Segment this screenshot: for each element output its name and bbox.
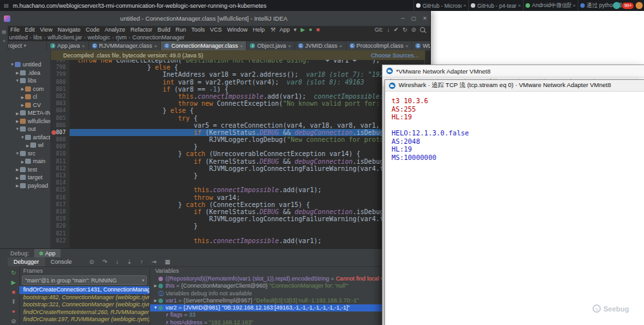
structure-tool-icon[interactable]: ≡: [0, 39, 8, 43]
tree-toggle-icon[interactable]: ▼: [15, 127, 20, 131]
browser-url[interactable]: m.huachano.com/weblogicserver/t3-rmi-com…: [13, 3, 267, 9]
code-line[interactable]: 812RJVMLogger.logConnectingFailureWarnin…: [50, 165, 425, 172]
code-line[interactable]: 811if (KernelStatus.DEBUG && debugConnec…: [50, 158, 425, 165]
menu-file[interactable]: File: [8, 26, 23, 33]
vcs-commit-icon[interactable]: ✔: [393, 26, 399, 34]
dialog-titlebar[interactable]: Wireshark · 追踪 TCP 流 (tcp.stream eq 0) ·…: [385, 80, 644, 92]
tree-item[interactable]: ▶cl: [8, 93, 50, 101]
editor-tab[interactable]: CConnectionManager.class×: [161, 41, 247, 50]
debug-action-icon[interactable]: ■: [8, 289, 19, 295]
code-line[interactable]: 820}: [50, 222, 425, 230]
line-number[interactable]: 807: [50, 129, 70, 136]
debug-step-icon[interactable]: ⊙: [90, 259, 95, 265]
tab-close-icon[interactable]: ×: [154, 43, 157, 49]
tab-console[interactable]: Console: [45, 257, 78, 266]
tree-toggle-icon[interactable]: ▼: [10, 63, 15, 66]
line-number[interactable]: 818: [50, 208, 70, 215]
run-configuration-select[interactable]: App: [279, 26, 290, 33]
breadcrumb-item[interactable]: weblogic: [86, 34, 111, 41]
minimize-button[interactable]: ─: [397, 15, 408, 21]
debug-action-icon[interactable]: ⊘: [8, 318, 19, 324]
code-line[interactable]: 802this.connectImpossible.add(var1);conn…: [50, 93, 425, 100]
line-number[interactable]: 820: [50, 222, 70, 230]
tree-item[interactable]: ▶META-INF: [8, 109, 50, 117]
debug-step-icon[interactable]: ↷: [102, 259, 108, 265]
code-line[interactable]: 806var5 = createConnection(var4, var18, …: [50, 122, 425, 129]
breadcrumb-item[interactable]: ConnectionManager: [131, 34, 185, 41]
line-number[interactable]: 821: [50, 230, 70, 237]
tab-close-icon[interactable]: ×: [406, 43, 409, 49]
tree-item[interactable]: ▶main: [8, 157, 50, 166]
line-number[interactable]: 801: [50, 86, 70, 93]
line-number[interactable]: 805: [50, 115, 70, 122]
tree-item[interactable]: ▼untitled: [8, 61, 50, 69]
code-line[interactable]: 800int var8 = var2.getPort(var4);var8 (s…: [50, 79, 425, 86]
code-line[interactable]: 798} else {: [50, 64, 425, 71]
breadcrumb-item[interactable]: libs: [32, 34, 44, 41]
run-button[interactable]: ▶: [301, 26, 305, 34]
debug-step-icon[interactable]: ⇣: [127, 259, 132, 265]
wireshark-titlebar[interactable]: *VMware Network Adapter VMnet8: [383, 65, 644, 77]
avatar[interactable]: [636, 2, 643, 9]
code-line[interactable]: 819RJVMLogger.logConnectingFailureWarnin…: [50, 215, 425, 222]
vcs-rollback-icon[interactable]: ↻: [402, 26, 408, 34]
tab-close-icon[interactable]: ×: [82, 43, 85, 49]
line-number[interactable]: 809: [50, 143, 70, 150]
tree-item[interactable]: ▼src: [8, 150, 50, 158]
line-number[interactable]: 798: [50, 64, 70, 71]
debug-session-tab[interactable]: App: [34, 249, 61, 257]
code-line[interactable]: 817} catch (ConnectException var15) {: [50, 201, 425, 208]
tree-toggle-icon[interactable]: ▶: [153, 282, 158, 290]
tree-toggle-icon[interactable]: ▶: [15, 183, 20, 188]
tree-toggle-icon[interactable]: ▶: [25, 143, 30, 148]
close-button[interactable]: ✕: [419, 15, 430, 21]
debug-action-icon[interactable]: ↻: [8, 270, 19, 276]
line-number[interactable]: 799: [50, 71, 70, 78]
debug-step-icon[interactable]: ⇥: [151, 259, 156, 265]
tab-debugger[interactable]: Debugger: [8, 257, 45, 266]
tree-toggle-icon[interactable]: ▼: [153, 304, 158, 311]
line-number[interactable]: 811: [50, 158, 70, 165]
code-line[interactable]: 814: [50, 179, 425, 186]
menu-window[interactable]: Window: [225, 26, 251, 33]
menu-help[interactable]: Help: [251, 26, 268, 33]
menu-analyze[interactable]: Analyze: [102, 26, 128, 33]
code-line[interactable]: 805try {: [50, 115, 425, 122]
tab-close-icon[interactable]: ×: [339, 43, 343, 49]
breakpoint-dot[interactable]: [52, 130, 56, 135]
tree-item[interactable]: ▶target: [8, 173, 50, 182]
code-line[interactable]: 808RJVMLogger.logDebug("New connection f…: [50, 136, 425, 143]
code-line[interactable]: 807if (KernelStatus.DEBUG && debugConnec…: [50, 129, 425, 136]
line-number[interactable]: 800: [50, 79, 70, 86]
tree-toggle-icon[interactable]: ▶: [153, 297, 158, 304]
debug-action-icon[interactable]: ▶: [8, 279, 19, 286]
code-line[interactable]: 821: [50, 230, 425, 237]
line-number[interactable]: 814: [50, 179, 70, 186]
menu-tools[interactable]: Tools: [189, 26, 207, 33]
tree-item[interactable]: ▼out: [8, 125, 50, 133]
tree-item[interactable]: ▼libs: [8, 77, 50, 85]
breadcrumb-item[interactable]: untitled: [8, 34, 29, 41]
tab-close-icon[interactable]: ×: [573, 3, 576, 8]
code-line[interactable]: 803throw new ConnectException("No known …: [50, 100, 425, 107]
tree-toggle-icon[interactable]: ▶: [15, 175, 20, 180]
debug-step-icon[interactable]: ↓: [116, 259, 119, 265]
line-number[interactable]: 802: [50, 93, 70, 100]
choose-sources-link[interactable]: Choose Sources...: [371, 52, 419, 59]
stack-frame[interactable]: findOrCreateRemoteInternal:260, RJVMMana…: [19, 309, 149, 317]
code-line[interactable]: 809}: [50, 143, 425, 150]
editor-tab[interactable]: CWLInitialContextFactoryDelega...×: [412, 41, 430, 50]
tree-item[interactable]: ▶wlfullclient.jar: [8, 117, 50, 126]
tree-toggle-icon[interactable]: ▶: [20, 103, 25, 107]
stack-frame[interactable]: bootstrap:321, ConnectionManager (weblog…: [19, 301, 149, 309]
browser-tab[interactable]: GitHub - p4-team...×: [468, 0, 523, 11]
stop-button[interactable]: ■: [316, 26, 319, 34]
line-number[interactable]: 812: [50, 165, 70, 172]
line-number[interactable]: 816: [50, 194, 70, 201]
editor-tab[interactable]: CProtocolImpl.class×: [346, 41, 413, 50]
tree-toggle-icon[interactable]: ▶: [15, 167, 20, 172]
breadcrumb-item[interactable]: wlfullclient.jar: [46, 34, 84, 41]
editor-tab[interactable]: CRJVMManager.class×: [89, 41, 161, 50]
menu-build[interactable]: Build: [155, 26, 173, 33]
project-tool-icon[interactable]: ▤: [0, 30, 8, 35]
